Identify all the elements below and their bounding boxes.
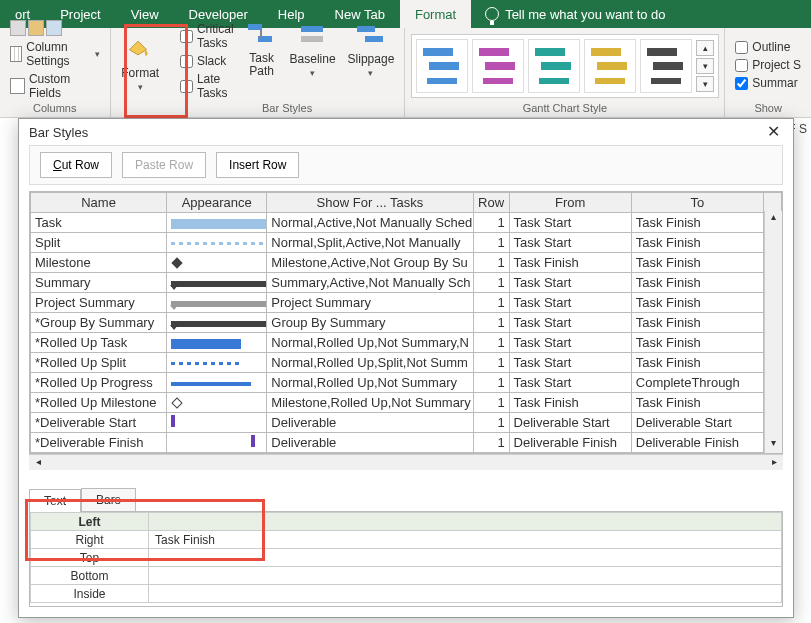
insert-row-button[interactable]: Insert Row bbox=[216, 152, 299, 178]
cell-name[interactable]: *Rolled Up Progress bbox=[31, 373, 167, 393]
cell-appearance[interactable] bbox=[167, 293, 267, 313]
col-to[interactable]: To bbox=[631, 193, 763, 213]
cell-name[interactable]: Summary bbox=[31, 273, 167, 293]
cell-name[interactable]: *Rolled Up Split bbox=[31, 353, 167, 373]
text-row[interactable]: RightTask Finish bbox=[31, 531, 782, 549]
cell-from[interactable]: Task Start bbox=[509, 313, 631, 333]
cell-to[interactable]: Task Finish bbox=[631, 253, 763, 273]
cell-showfor[interactable]: Normal,Rolled Up,Not Summary,N bbox=[267, 333, 473, 353]
format-button[interactable]: Format ▾ bbox=[117, 34, 163, 94]
late-tasks-checkbox[interactable] bbox=[180, 80, 193, 93]
task-path-button[interactable]: Task Path bbox=[242, 20, 282, 80]
cell-from[interactable]: Task Start bbox=[509, 333, 631, 353]
cell-name[interactable]: Project Summary bbox=[31, 293, 167, 313]
table-row[interactable]: *Rolled Up ProgressNormal,Rolled Up,Not … bbox=[31, 373, 782, 393]
cell-showfor[interactable]: Project Summary bbox=[267, 293, 473, 313]
table-row[interactable]: *Deliverable FinishDeliverable1Deliverab… bbox=[31, 433, 782, 453]
cell-showfor[interactable]: Normal,Rolled Up,Not Summary bbox=[267, 373, 473, 393]
cell-appearance[interactable] bbox=[167, 313, 267, 333]
cell-name[interactable]: *Deliverable Finish bbox=[31, 433, 167, 453]
text-row-value[interactable]: Task Finish bbox=[149, 531, 782, 549]
col-appearance[interactable]: Appearance bbox=[167, 193, 267, 213]
tab-view[interactable]: View bbox=[116, 0, 174, 28]
cell-row[interactable]: 1 bbox=[473, 333, 509, 353]
col-row[interactable]: Row bbox=[473, 193, 509, 213]
cell-row[interactable]: 1 bbox=[473, 293, 509, 313]
cell-row[interactable]: 1 bbox=[473, 213, 509, 233]
cell-name[interactable]: Task bbox=[31, 213, 167, 233]
cell-to[interactable]: Task Finish bbox=[631, 393, 763, 413]
summary-tasks-checkbox[interactable] bbox=[735, 77, 748, 90]
col-name[interactable]: Name bbox=[31, 193, 167, 213]
text-row[interactable]: Top bbox=[31, 549, 782, 567]
gantt-style-swatch[interactable] bbox=[584, 39, 636, 93]
tellme-search[interactable]: Tell me what you want to do bbox=[471, 7, 679, 22]
cell-row[interactable]: 1 bbox=[473, 233, 509, 253]
project-summary-checkbox[interactable] bbox=[735, 59, 748, 72]
cell-showfor[interactable]: Summary,Active,Not Manually Sch bbox=[267, 273, 473, 293]
cell-to[interactable]: Task Finish bbox=[631, 273, 763, 293]
cell-to[interactable]: Task Finish bbox=[631, 293, 763, 313]
cell-appearance[interactable] bbox=[167, 393, 267, 413]
table-row[interactable]: *Rolled Up TaskNormal,Rolled Up,Not Summ… bbox=[31, 333, 782, 353]
cell-name[interactable]: Milestone bbox=[31, 253, 167, 273]
tab-format[interactable]: Format bbox=[400, 0, 471, 28]
text-row-label[interactable]: Right bbox=[31, 531, 149, 549]
table-row[interactable]: *Deliverable StartDeliverable1Deliverabl… bbox=[31, 413, 782, 433]
cell-row[interactable]: 1 bbox=[473, 273, 509, 293]
cell-to[interactable]: Deliverable Finish bbox=[631, 433, 763, 453]
text-row-label[interactable]: Top bbox=[31, 549, 149, 567]
cell-to[interactable]: Task Finish bbox=[631, 213, 763, 233]
cell-name[interactable]: *Group By Summary bbox=[31, 313, 167, 333]
outline-checkbox[interactable] bbox=[735, 41, 748, 54]
table-row[interactable]: SummarySummary,Active,Not Manually Sch1T… bbox=[31, 273, 782, 293]
late-tasks-toggle[interactable]: Late Tasks bbox=[176, 70, 238, 102]
cell-row[interactable]: 1 bbox=[473, 313, 509, 333]
cell-appearance[interactable] bbox=[167, 353, 267, 373]
cell-row[interactable]: 1 bbox=[473, 353, 509, 373]
text-row-label[interactable]: Inside bbox=[31, 585, 149, 603]
cell-appearance[interactable] bbox=[167, 333, 267, 353]
cell-name[interactable]: *Rolled Up Task bbox=[31, 333, 167, 353]
cell-from[interactable]: Task Start bbox=[509, 353, 631, 373]
column-settings-button[interactable]: Column Settings ▾ bbox=[6, 38, 104, 70]
gantt-style-swatch[interactable] bbox=[472, 39, 524, 93]
gallery-scroll-down[interactable]: ▾ bbox=[696, 58, 714, 74]
cell-from[interactable]: Deliverable Finish bbox=[509, 433, 631, 453]
cell-appearance[interactable] bbox=[167, 213, 267, 233]
text-row-label[interactable]: Left bbox=[31, 513, 149, 531]
cell-from[interactable]: Task Finish bbox=[509, 393, 631, 413]
cell-to[interactable]: CompleteThrough bbox=[631, 373, 763, 393]
gallery-expand[interactable]: ▾ bbox=[696, 76, 714, 92]
cell-from[interactable]: Task Finish bbox=[509, 253, 631, 273]
cell-showfor[interactable]: Normal,Rolled Up,Split,Not Summ bbox=[267, 353, 473, 373]
scroll-right-button[interactable]: ▸ bbox=[766, 456, 782, 472]
text-row-value[interactable] bbox=[149, 585, 782, 603]
scroll-down-button[interactable]: ▾ bbox=[766, 437, 782, 453]
summary-tasks-toggle[interactable]: Summar bbox=[735, 76, 801, 90]
text-row[interactable]: Left bbox=[31, 513, 782, 531]
cell-to[interactable]: Task Finish bbox=[631, 313, 763, 333]
insert-column-button[interactable] bbox=[6, 18, 66, 38]
gantt-style-swatch[interactable] bbox=[416, 39, 468, 93]
cell-appearance[interactable] bbox=[167, 253, 267, 273]
cell-from[interactable]: Deliverable Start bbox=[509, 413, 631, 433]
outline-number-toggle[interactable]: Outline bbox=[735, 40, 801, 54]
cell-from[interactable]: Task Start bbox=[509, 373, 631, 393]
cut-row-button[interactable]: CCut Rowut Row bbox=[40, 152, 112, 178]
baseline-button[interactable]: Baseline ▾ bbox=[286, 20, 340, 80]
col-from[interactable]: From bbox=[509, 193, 631, 213]
cell-showfor[interactable]: Milestone,Active,Not Group By Su bbox=[267, 253, 473, 273]
cell-appearance[interactable] bbox=[167, 233, 267, 253]
text-row-value[interactable] bbox=[149, 549, 782, 567]
cell-row[interactable]: 1 bbox=[473, 433, 509, 453]
project-summary-toggle[interactable]: Project S bbox=[735, 58, 801, 72]
table-row[interactable]: *Group By SummaryGroup By Summary1Task S… bbox=[31, 313, 782, 333]
slippage-button[interactable]: Slippage ▾ bbox=[344, 20, 399, 80]
cell-appearance[interactable] bbox=[167, 413, 267, 433]
horizontal-scrollbar[interactable]: ◂ ▸ bbox=[29, 454, 783, 470]
critical-tasks-checkbox[interactable] bbox=[180, 30, 193, 43]
cell-appearance[interactable] bbox=[167, 373, 267, 393]
cell-to[interactable]: Task Finish bbox=[631, 333, 763, 353]
table-row[interactable]: TaskNormal,Active,Not Manually Sched1Tas… bbox=[31, 213, 782, 233]
